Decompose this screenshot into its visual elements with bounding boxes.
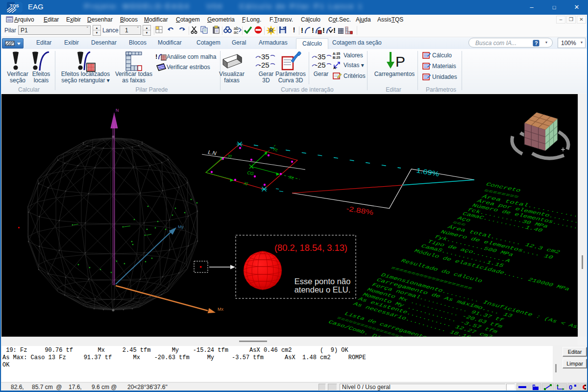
svg-text:atendeu o ELU.: atendeu o ELU.: [294, 285, 351, 294]
svg-text:!: !: [312, 26, 314, 34]
svg-text:TQS: TQS: [10, 3, 19, 8]
svg-text:Xc: Xc: [288, 174, 295, 180]
svg-text:A:35: A:35: [333, 52, 340, 55]
svg-text:A: A: [333, 66, 336, 69]
svg-text:Esse ponto não: Esse ponto não: [294, 277, 351, 286]
svg-text:Yc: Yc: [272, 147, 279, 152]
svg-text:CG: CG: [247, 170, 254, 176]
svg-text:P: P: [395, 53, 405, 70]
svg-text:0: 0: [569, 384, 572, 391]
svg-text:!: !: [301, 26, 303, 34]
svg-text:-35: -35: [259, 52, 270, 61]
svg-text:!: !: [322, 26, 325, 34]
svg-text:(80.2, 18.54, 3.13): (80.2, 18.54, 3.13): [274, 243, 347, 253]
svg-text:ac: ac: [234, 30, 239, 34]
svg-text:-25: -25: [259, 61, 270, 69]
svg-text:!: !: [156, 53, 157, 60]
svg-text:My: My: [178, 224, 184, 229]
svg-text:N: N: [116, 108, 119, 113]
svg-text:-35: -35: [315, 52, 326, 61]
svg-text:Mx: Mx: [218, 307, 223, 312]
svg-text:Xl: Xl: [243, 181, 249, 187]
svg-text:-25: -25: [315, 61, 326, 69]
svg-text:!: !: [333, 26, 336, 34]
svg-text:B:25: B:25: [333, 56, 340, 59]
svg-text:L.N: L.N: [208, 149, 217, 156]
svg-text:1.69%: 1.69%: [416, 166, 440, 178]
svg-text:-2.88%: -2.88%: [346, 204, 374, 217]
svg-text:?: ?: [535, 40, 538, 46]
svg-text:R: R: [269, 27, 273, 33]
